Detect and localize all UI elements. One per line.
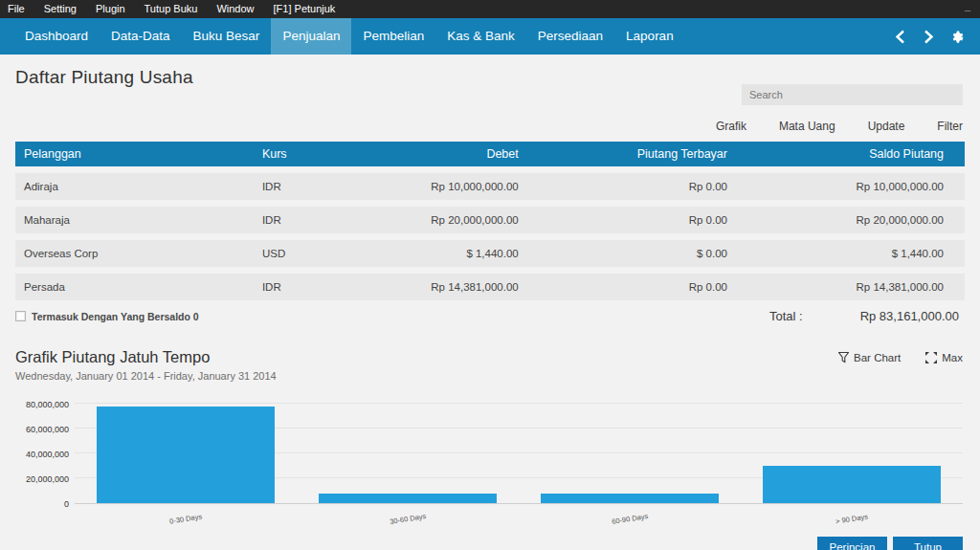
- cell-pelanggan: Adiraja: [15, 181, 262, 192]
- cell-saldo-piutang: Rp 20,000,000.00: [727, 214, 965, 226]
- minimize-icon[interactable]: –: [965, 4, 970, 15]
- total-row: Total : Rp 83,161,000.00: [769, 309, 965, 323]
- total-label: Total :: [769, 309, 803, 323]
- gear-icon[interactable]: [949, 29, 965, 44]
- chart-tools: Bar Chart Max: [838, 352, 965, 363]
- nav-tab-persediaan[interactable]: Persediaan: [526, 18, 614, 55]
- chart-y-axis: 80,000,000 60,000,000 40,000,000 20,000,…: [15, 397, 75, 504]
- column-header-saldo-piutang[interactable]: Saldo Piutang: [727, 147, 965, 161]
- cell-kurs: USD: [262, 248, 386, 259]
- x-slot: 0-30 Days: [75, 508, 297, 525]
- menu-bar: File Setting Plugin Tutup Buku Window [F…: [0, 0, 980, 18]
- cell-saldo-piutang: Rp 14,381,000.00: [727, 281, 965, 293]
- bar-chart-button[interactable]: Bar Chart: [838, 352, 901, 363]
- cell-saldo-piutang: Rp 10,000,000.00: [727, 181, 965, 192]
- chart-title: Grafik Piutang Jatuh Tempo: [15, 348, 277, 366]
- tutup-button[interactable]: Tutup: [893, 537, 963, 550]
- y-tick-80m: 80,000,000: [26, 400, 69, 409]
- max-button[interactable]: Max: [925, 352, 963, 363]
- mata-uang-link[interactable]: Mata Uang: [779, 120, 835, 133]
- filter-link[interactable]: Filter: [937, 120, 963, 133]
- zero-balance-checkbox-label: Termasuk Dengan Yang Bersaldo 0: [32, 311, 199, 322]
- table-header-row: Pelanggan Kurs Debet Piutang Terbayar Sa…: [15, 142, 965, 166]
- x-label-30-60: 30-60 Days: [389, 512, 426, 526]
- nav-right-controls: [892, 18, 980, 55]
- table-row[interactable]: Maharaja IDR Rp 20,000,000.00 Rp 0.00 Rp…: [15, 207, 965, 233]
- nav-tab-buku-besar[interactable]: Buku Besar: [182, 18, 272, 55]
- chart-bars: [75, 397, 963, 503]
- x-slot: 60-90 Days: [519, 508, 741, 525]
- nav-bar: Dashboard Data-Data Buku Besar Penjualan…: [0, 18, 980, 55]
- actions-row: Grafik Mata Uang Update Filter: [15, 120, 965, 133]
- column-header-pelanggan[interactable]: Pelanggan: [15, 147, 262, 161]
- menu-tutup-buku[interactable]: Tutup Buku: [135, 0, 208, 18]
- cell-saldo-piutang: $ 1,440.00: [727, 248, 965, 259]
- search-input[interactable]: [742, 84, 963, 105]
- nav-tab-data-data[interactable]: Data-Data: [100, 18, 182, 55]
- y-tick-60m: 60,000,000: [26, 425, 69, 434]
- chevron-right-icon[interactable]: [921, 29, 936, 44]
- bar-slot: [519, 397, 741, 503]
- cell-piutang-terbayar: Rp 0.00: [519, 214, 727, 226]
- zero-balance-checkbox-wrap: Termasuk Dengan Yang Bersaldo 0: [15, 311, 199, 322]
- chart-date-range: Wednesday, January 01 2014 - Friday, Jan…: [15, 370, 277, 382]
- menu-petunjuk[interactable]: [F1] Petunjuk: [264, 0, 345, 18]
- menu-file[interactable]: File: [8, 0, 34, 18]
- menu-window[interactable]: Window: [207, 0, 263, 18]
- nav-tab-kas-bank[interactable]: Kas & Bank: [435, 18, 526, 55]
- x-label-over-90: > 90 Days: [835, 512, 869, 525]
- funnel-icon: [838, 352, 849, 363]
- table-row[interactable]: Overseas Corp USD $ 1,440.00 $ 0.00 $ 1,…: [15, 240, 965, 267]
- footer-buttons: Perincian Tutup: [15, 537, 965, 550]
- table-footer: Termasuk Dengan Yang Bersaldo 0 Total : …: [15, 309, 965, 323]
- cell-pelanggan: Overseas Corp: [15, 248, 262, 259]
- menu-plugin[interactable]: Plugin: [86, 0, 135, 18]
- chart-x-axis: 0-30 Days 30-60 Days 60-90 Days > 90 Day…: [75, 508, 963, 525]
- nav-tab-pembelian[interactable]: Pembelian: [351, 18, 435, 55]
- nav-tab-dashboard[interactable]: Dashboard: [13, 18, 100, 55]
- update-link[interactable]: Update: [868, 120, 905, 133]
- cell-pelanggan: Persada: [15, 281, 262, 293]
- aging-bar-chart: 80,000,000 60,000,000 40,000,000 20,000,…: [15, 397, 965, 525]
- cell-debet: Rp 20,000,000.00: [386, 214, 519, 226]
- chevron-left-icon[interactable]: [892, 29, 907, 44]
- cell-kurs: IDR: [262, 181, 386, 192]
- nav-tab-laporan[interactable]: Laporan: [614, 18, 685, 55]
- grafik-link[interactable]: Grafik: [716, 120, 746, 133]
- nav-tab-penjualan[interactable]: Penjualan: [271, 18, 351, 55]
- total-value: Rp 83,161,000.00: [860, 309, 965, 323]
- zero-balance-checkbox[interactable]: [15, 311, 26, 321]
- bar-slot: [75, 397, 297, 503]
- main-content: Daftar Piutang Usaha Grafik Mata Uang Up…: [0, 67, 980, 550]
- bar-over-90-days[interactable]: [763, 466, 941, 503]
- chart-header: Grafik Piutang Jatuh Tempo Wednesday, Ja…: [15, 348, 965, 382]
- x-slot: > 90 Days: [741, 508, 963, 525]
- cell-piutang-terbayar: Rp 0.00: [519, 181, 727, 192]
- column-header-kurs[interactable]: Kurs: [262, 147, 386, 161]
- cell-piutang-terbayar: Rp 0.00: [519, 281, 727, 293]
- cell-debet: Rp 14,381,000.00: [386, 281, 519, 293]
- bar-30-60-days[interactable]: [319, 494, 497, 503]
- bar-0-30-days[interactable]: [97, 407, 275, 503]
- bar-60-90-days[interactable]: [541, 494, 719, 503]
- chart-plot: [75, 397, 963, 504]
- receivables-table: Pelanggan Kurs Debet Piutang Terbayar Sa…: [15, 142, 965, 300]
- x-slot: 30-60 Days: [297, 508, 519, 525]
- x-label-60-90: 60-90 Days: [611, 512, 648, 526]
- bar-slot: [741, 397, 963, 503]
- x-label-0-30: 0-30 Days: [168, 512, 202, 525]
- column-header-debet[interactable]: Debet: [386, 147, 519, 161]
- column-header-piutang-terbayar[interactable]: Piutang Terbayar: [519, 147, 727, 161]
- bar-chart-button-label: Bar Chart: [854, 352, 901, 363]
- perincian-button[interactable]: Perincian: [817, 537, 887, 550]
- y-tick-20m: 20,000,000: [26, 474, 69, 484]
- cell-debet: Rp 10,000,000.00: [386, 181, 519, 192]
- cell-piutang-terbayar: $ 0.00: [519, 248, 727, 259]
- bar-slot: [297, 397, 519, 503]
- maximize-icon: [925, 352, 937, 363]
- cell-kurs: IDR: [262, 281, 386, 293]
- table-row[interactable]: Adiraja IDR Rp 10,000,000.00 Rp 0.00 Rp …: [15, 173, 965, 200]
- max-button-label: Max: [942, 352, 963, 363]
- menu-setting[interactable]: Setting: [34, 0, 86, 18]
- table-row[interactable]: Persada IDR Rp 14,381,000.00 Rp 0.00 Rp …: [15, 274, 965, 300]
